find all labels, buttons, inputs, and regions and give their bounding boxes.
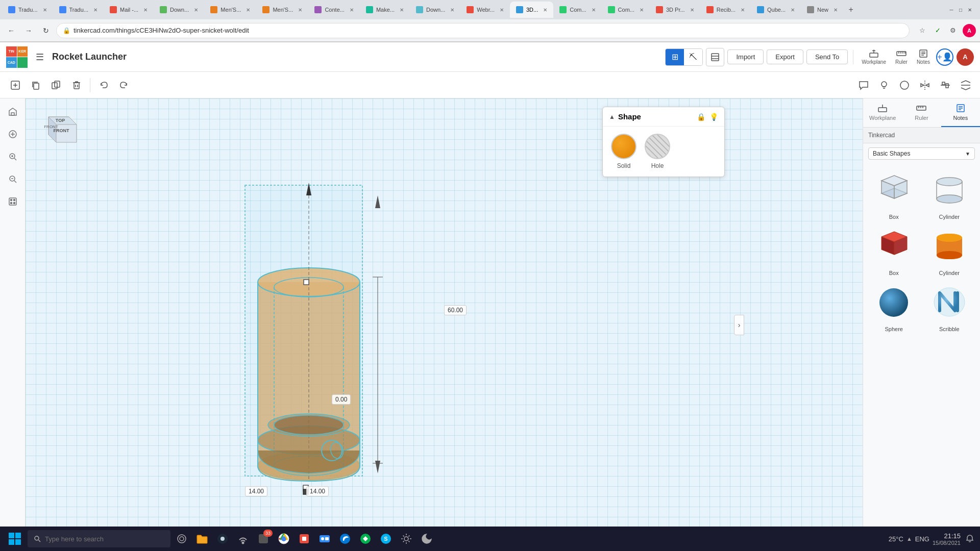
lightbulb-tool[interactable] <box>876 77 892 93</box>
shape-card-box-solid[interactable]: Box <box>869 226 919 276</box>
comment-tool[interactable] <box>855 77 872 93</box>
start-button[interactable] <box>4 528 26 549</box>
taskbar-skype[interactable]: S <box>377 530 395 548</box>
tab-webr[interactable]: Webr... ✕ <box>460 2 510 18</box>
shape-card-cylinder-solid[interactable]: Cylinder <box>925 226 974 276</box>
fit-view-button[interactable] <box>4 125 22 143</box>
home-view-button[interactable] <box>4 103 22 121</box>
tinkercad-logo[interactable]: TIN KER CAD <box>6 46 28 68</box>
shape-light-icon[interactable]: 💡 <box>709 113 718 121</box>
tab-mens2[interactable]: Men'S... ✕ <box>256 2 308 18</box>
extension-check-icon[interactable]: ✓ <box>932 25 943 36</box>
canvas-area[interactable]: FRONT TOP FRONT <box>26 98 863 551</box>
tab-make[interactable]: Make... ✕ <box>360 2 410 18</box>
settings-icon[interactable]: ⚙ <box>947 25 959 36</box>
tab-conte[interactable]: Conte... ✕ <box>308 2 360 18</box>
taskbar-moon[interactable] <box>418 530 436 548</box>
tab-down2[interactable]: Down... ✕ <box>410 2 460 18</box>
tab-close[interactable]: ✕ <box>543 7 547 13</box>
taskbar-file-explorer[interactable] <box>193 530 211 548</box>
menu-icon[interactable]: ☰ <box>36 52 44 63</box>
tab-close[interactable]: ✕ <box>43 7 47 13</box>
zoom-in-button[interactable] <box>4 147 22 166</box>
tab-3dpr[interactable]: 3D Pr... ✕ <box>650 2 700 18</box>
minimize-button[interactable]: ─ <box>947 6 955 14</box>
shape-panel-collapse[interactable]: ▲ <box>609 113 615 120</box>
tab-close[interactable]: ✕ <box>690 7 694 13</box>
notification-button[interactable] <box>964 533 976 545</box>
import-button[interactable]: Import <box>727 49 764 64</box>
shape-card-box-wire[interactable]: Box <box>869 170 919 220</box>
taskbar-settings[interactable] <box>397 530 415 548</box>
tab-3d-active[interactable]: 3D... ✕ <box>510 2 553 18</box>
tab-com1[interactable]: Com... ✕ <box>553 2 601 18</box>
tab-close[interactable]: ✕ <box>194 7 198 13</box>
snap-button[interactable] <box>4 192 22 211</box>
copy-button[interactable] <box>27 76 45 94</box>
solid-option[interactable]: Solid <box>611 134 636 169</box>
forward-button[interactable]: → <box>21 23 36 38</box>
taskbar-chrome[interactable] <box>275 530 293 548</box>
taskbar-app3[interactable] <box>356 530 375 548</box>
workplane-header-btn[interactable]: Workplane <box>862 49 886 65</box>
taskbar-badge-app[interactable]: 33 <box>254 530 273 548</box>
shape-tool[interactable] <box>896 77 913 93</box>
taskbar-steam[interactable] <box>213 530 232 548</box>
tab-notes[interactable]: Notes <box>941 98 980 127</box>
tab-com2[interactable]: Com... ✕ <box>602 2 650 18</box>
tab-new[interactable]: New ✕ <box>801 2 844 18</box>
align-tool[interactable] <box>937 77 953 93</box>
tab-close[interactable]: ✕ <box>298 7 302 13</box>
redo-button[interactable] <box>115 76 133 94</box>
export-button[interactable]: Export <box>767 49 803 64</box>
bookmark-icon[interactable]: ☆ <box>917 25 928 36</box>
tab-ruler[interactable]: Ruler <box>902 98 941 127</box>
right-panel-collapse[interactable]: › <box>734 315 744 335</box>
taskbar-edge[interactable] <box>336 530 354 548</box>
hole-option[interactable]: Hole <box>645 134 670 169</box>
flip-tool[interactable] <box>958 77 974 93</box>
tab-mens1[interactable]: Men'S... ✕ <box>204 2 256 18</box>
tab-close[interactable]: ✕ <box>93 7 97 13</box>
tab-tradaviator1[interactable]: Tradu... ✕ <box>2 2 53 18</box>
add-user-button[interactable]: +👤 <box>936 48 953 66</box>
tab-close[interactable]: ✕ <box>741 7 745 13</box>
tab-mail[interactable]: Mail -... ✕ <box>104 2 154 18</box>
tab-close[interactable]: ✕ <box>350 7 354 13</box>
task-view-button[interactable] <box>173 530 191 548</box>
shape-lock-icon[interactable]: 🔒 <box>697 113 705 121</box>
profile-avatar[interactable]: A <box>963 24 976 37</box>
taskbar-wireless[interactable] <box>234 530 252 548</box>
new-shape-button[interactable] <box>6 76 24 94</box>
maximize-button[interactable]: □ <box>957 6 965 14</box>
reload-button[interactable]: ↻ <box>39 23 53 38</box>
tab-workplane[interactable]: Workplane <box>863 98 902 127</box>
tab-tradaviator2[interactable]: Tradu... ✕ <box>53 2 104 18</box>
close-button[interactable]: ✕ <box>966 6 974 14</box>
mirror-tool[interactable] <box>917 77 933 93</box>
tab-close[interactable]: ✕ <box>791 7 795 13</box>
tab-close[interactable]: ✕ <box>500 7 504 13</box>
shapes-category-dropdown[interactable]: Basic Shapes ▼ <box>868 147 975 160</box>
cube-navigator[interactable]: FRONT TOP FRONT <box>36 107 77 147</box>
notes-header-btn[interactable]: Notes <box>917 49 930 65</box>
layers-button[interactable] <box>706 48 724 66</box>
shape-card-scribble[interactable]: Scribble <box>925 282 974 332</box>
user-avatar[interactable]: A <box>957 48 974 66</box>
zoom-out-button[interactable] <box>4 170 22 188</box>
url-input[interactable]: 🔒 tinkercad.com/things/cCE3HiNw2dO-super… <box>56 23 910 38</box>
shape-card-cylinder-wire[interactable]: Cylinder <box>925 170 974 220</box>
tab-close[interactable]: ✕ <box>143 7 148 13</box>
tab-close[interactable]: ✕ <box>592 7 596 13</box>
taskbar-search-input[interactable] <box>45 535 147 543</box>
list-view-button[interactable]: ⛏ <box>684 49 702 65</box>
taskbar-app2[interactable] <box>295 530 313 548</box>
grid-view-button[interactable]: ⊞ <box>666 49 684 65</box>
taskbar-zoom[interactable] <box>315 530 334 548</box>
tab-close[interactable]: ✕ <box>834 7 838 13</box>
ruler-header-btn[interactable]: Ruler <box>895 49 908 65</box>
back-button[interactable]: ← <box>4 23 18 38</box>
taskbar-search[interactable] <box>28 530 170 547</box>
undo-button[interactable] <box>94 76 113 94</box>
tab-close[interactable]: ✕ <box>450 7 454 13</box>
